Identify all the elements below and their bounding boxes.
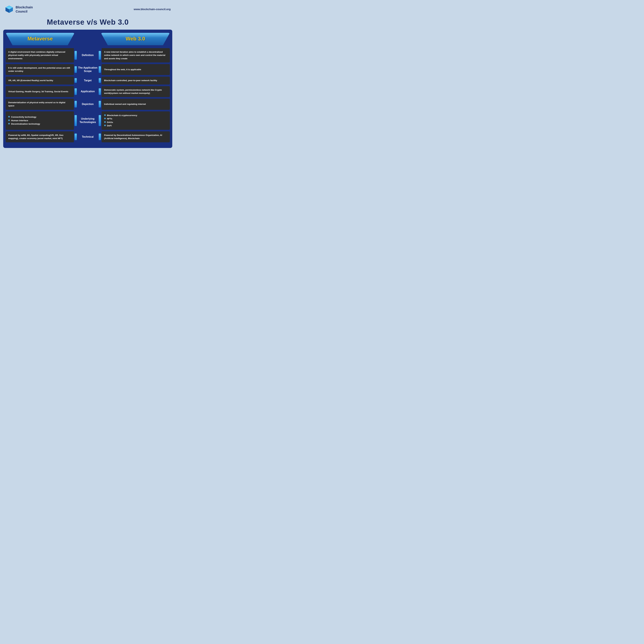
main-title: Metaverse v/s Web 3.0: [3, 16, 172, 30]
rows-container: A digital environment that combines digi…: [6, 48, 170, 142]
left-cell: Virtual Gaming, Health Surgery, 3d Train…: [6, 86, 75, 97]
comparison-row: A digital environment that combines digi…: [6, 48, 170, 62]
comparison-row: Virtual Gaming, Health Surgery, 3d Train…: [6, 86, 170, 97]
comparison-row: VR, AR, XR (Extended Reality) world faci…: [6, 77, 170, 84]
header: Blockchain Council www.blockchain-counci…: [3, 3, 172, 16]
cell-text: Blockchain controlled, peer-to-peer netw…: [104, 79, 157, 82]
bullet-dot: [104, 125, 106, 126]
center-label: Definition: [75, 48, 101, 62]
bullet-dot: [104, 118, 106, 119]
list-item: Connectivity technology: [8, 115, 40, 119]
center-label: The Application Scope: [75, 64, 101, 75]
cell-text: Virtual Gaming, Health Surgery, 3d Train…: [8, 90, 68, 93]
cell-text: Democratic system, permissionless networ…: [104, 88, 167, 95]
list-item: Decentralization technology: [8, 122, 40, 126]
right-cell: Powered by Decentralized Autonomous Orga…: [101, 131, 170, 142]
cell-text: A digital environment that combines digi…: [8, 50, 71, 60]
left-cell: It is still under development, and the p…: [6, 64, 75, 75]
web3-title: Web 3.0: [126, 36, 145, 42]
cell-text: Throughout the web, it is applicable: [104, 68, 141, 71]
center-label: Technical: [75, 131, 101, 142]
cell-text: It is still under development, and the p…: [8, 66, 71, 73]
column-headers: Metaverse Web 3.0: [6, 33, 170, 45]
center-label: Depiction: [75, 99, 101, 110]
bullet-dot: [104, 114, 106, 116]
list-item: DeFi: [104, 124, 137, 128]
list-item: DAOs: [104, 121, 137, 124]
right-cell: A new internet iteration aims to establi…: [101, 48, 170, 62]
cell-text: Individual owned and regulating internet: [104, 103, 146, 106]
right-cell: Individual owned and regulating internet: [101, 99, 170, 110]
center-label: Target: [75, 77, 101, 84]
center-label: Underlying Technologies: [75, 111, 101, 130]
list-item: Human interface: [8, 119, 40, 122]
bullet-dot: [8, 123, 10, 124]
bullet-dot: [104, 121, 106, 123]
bullet-dot: [8, 116, 10, 118]
logo-text: Blockchain Council: [16, 5, 33, 14]
metaverse-header: Metaverse: [6, 33, 75, 45]
left-cell: Powered by wifi6, 6G, Spatial computing(…: [6, 131, 75, 142]
cell-text: Dematerialization of physical entity aro…: [8, 101, 71, 108]
cell-text: A new internet iteration aims to establi…: [104, 50, 167, 60]
center-label: Application: [75, 86, 101, 97]
right-cell: Blockchain & cryptocurrencyNFTsDAOsDeFi: [101, 111, 170, 130]
logo-icon: [5, 5, 14, 14]
website-url: www.blockchain-council.org: [134, 8, 171, 11]
metaverse-title: Metaverse: [28, 36, 53, 42]
cell-text: VR, AR, XR (Extended Reality) world faci…: [8, 79, 53, 82]
comparison-row: It is still under development, and the p…: [6, 64, 170, 75]
comparison-container: Metaverse Web 3.0 A digital environment …: [3, 30, 172, 148]
left-cell: VR, AR, XR (Extended Reality) world faci…: [6, 77, 75, 84]
list-item: NFTs: [104, 117, 137, 121]
left-cell: Connectivity technologyHuman interfaceDe…: [6, 111, 75, 130]
right-cell: Blockchain controlled, peer-to-peer netw…: [101, 77, 170, 84]
left-cell: Dematerialization of physical entity aro…: [6, 99, 75, 110]
left-cell: A digital environment that combines digi…: [6, 48, 75, 62]
right-cell: Democratic system, permissionless networ…: [101, 86, 170, 97]
right-cell: Throughout the web, it is applicable: [101, 64, 170, 75]
comparison-row: Powered by wifi6, 6G, Spatial computing(…: [6, 131, 170, 142]
cell-text: Powered by Decentralized Autonomous Orga…: [104, 134, 167, 140]
web3-header: Web 3.0: [101, 33, 170, 45]
list-item: Blockchain & cryptocurrency: [104, 114, 137, 117]
logo-area: Blockchain Council: [5, 5, 33, 14]
cell-text: Powered by wifi6, 6G, Spatial computing(…: [8, 134, 71, 140]
comparison-row: Connectivity technologyHuman interfaceDe…: [6, 111, 170, 130]
page-wrapper: Blockchain Council www.blockchain-counci…: [0, 0, 175, 153]
bullet-dot: [8, 119, 10, 121]
comparison-row: Dematerialization of physical entity aro…: [6, 99, 170, 110]
